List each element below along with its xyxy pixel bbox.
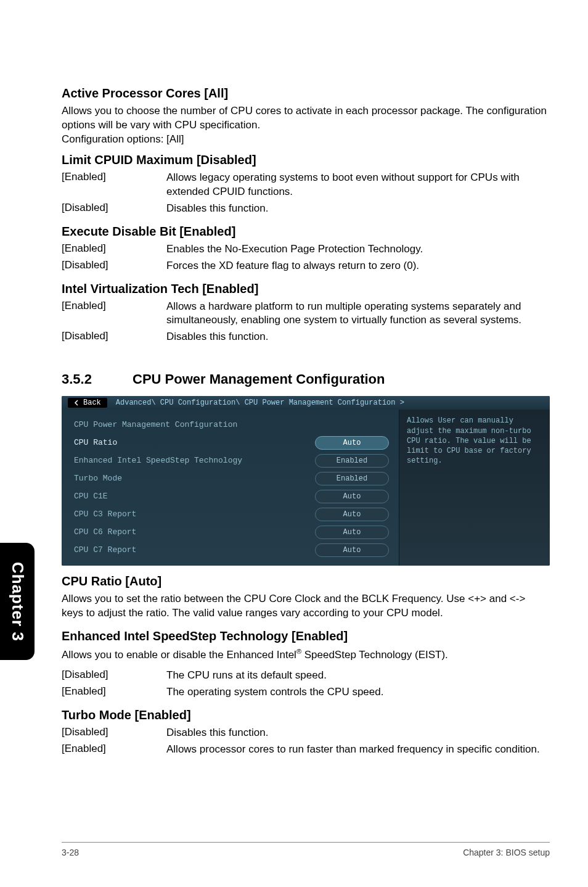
bios-option-row[interactable]: CPU Ratio Auto: [74, 434, 389, 452]
option-row: [Disabled] Disables this function.: [62, 330, 550, 344]
option-row: [Disabled] Forces the XD feature flag to…: [62, 259, 550, 273]
bios-option-value[interactable]: Enabled: [315, 472, 389, 485]
option-row: [Enabled] Allows processor cores to run …: [62, 743, 550, 757]
option-key: [Enabled]: [62, 685, 166, 699]
back-arrow-icon: [74, 400, 80, 406]
bios-screenshot: Back Advanced\ CPU Configuration\ CPU Po…: [62, 396, 550, 566]
option-row: [Enabled] Allows a hardware platform to …: [62, 300, 550, 328]
heading-turbo-mode: Turbo Mode [Enabled]: [62, 708, 550, 722]
bios-option-label: CPU C7 Report: [74, 545, 315, 555]
bios-option-row[interactable]: CPU C1E Auto: [74, 487, 389, 505]
option-row: [Disabled] Disables this function.: [62, 202, 550, 216]
option-val: Disables this function.: [166, 330, 550, 344]
option-key: [Disabled]: [62, 259, 166, 273]
bios-option-value[interactable]: Enabled: [315, 454, 389, 468]
eist-post: SpeedStep Technology (EIST).: [301, 649, 448, 661]
option-val: Disables this function.: [166, 202, 550, 216]
bios-option-label: Enhanced Intel SpeedStep Technology: [74, 456, 315, 465]
bios-option-value[interactable]: Auto: [315, 543, 389, 557]
bios-option-label: CPU Ratio: [74, 438, 315, 447]
bios-option-value[interactable]: Auto: [315, 490, 389, 503]
eist-pre: Allows you to enable or disable the Enha…: [62, 649, 296, 661]
footer-chapter-label: Chapter 3: BIOS setup: [463, 848, 550, 857]
bios-body: CPU Power Management Configuration CPU R…: [62, 410, 550, 566]
apc-body2: Configuration options: [All]: [62, 133, 184, 145]
option-val: Allows legacy operating systems to boot …: [166, 171, 550, 199]
bios-option-label: Turbo Mode: [74, 474, 315, 483]
bios-option-row[interactable]: CPU C6 Report Auto: [74, 523, 389, 541]
section-number-row: 3.5.2 CPU Power Management Configuration: [62, 371, 550, 387]
option-key: [Enabled]: [62, 300, 166, 328]
bios-option-label: CPU C3 Report: [74, 510, 315, 519]
option-val: Enables the No-Execution Page Protection…: [166, 242, 550, 257]
option-val: The operating system controls the CPU sp…: [166, 685, 550, 699]
heading-active-processor-cores: Active Processor Cores [All]: [62, 86, 550, 101]
bios-option-value[interactable]: Auto: [315, 526, 389, 539]
section-number: 3.5.2: [62, 371, 133, 387]
option-key: [Disabled]: [62, 330, 166, 344]
option-row: [Enabled] The operating system controls …: [62, 685, 550, 699]
bios-help-text: Allows User can manually adjust the maxi…: [407, 416, 531, 465]
option-val: Allows a hardware platform to run multip…: [166, 300, 550, 328]
heading-limit-cpuid: Limit CPUID Maximum [Disabled]: [62, 153, 550, 167]
option-key: [Enabled]: [62, 171, 166, 199]
option-row: [Enabled] Enables the No-Execution Page …: [62, 242, 550, 257]
page-footer: 3-28 Chapter 3: BIOS setup: [62, 842, 550, 857]
bios-left-panel: CPU Power Management Configuration CPU R…: [62, 410, 399, 566]
option-key: [Disabled]: [62, 726, 166, 740]
chapter-side-tab: Chapter 3: [0, 543, 35, 660]
body-text: Allows you to choose the number of CPU c…: [62, 104, 550, 147]
heading-execute-disable-bit: Execute Disable Bit [Enabled]: [62, 225, 550, 239]
option-key: [Enabled]: [62, 242, 166, 257]
bios-panel-header: CPU Power Management Configuration: [74, 416, 389, 434]
chapter-side-tab-label: Chapter 3: [8, 562, 27, 642]
bios-help-panel: Allows User can manually adjust the maxi…: [399, 410, 550, 566]
bios-option-row[interactable]: Enhanced Intel SpeedStep Technology Enab…: [74, 452, 389, 469]
back-label: Back: [83, 398, 101, 407]
option-row: [Enabled] Allows legacy operating system…: [62, 171, 550, 199]
bios-panel-title: CPU Power Management Configuration: [74, 420, 389, 429]
option-val: The CPU runs at its default speed.: [166, 669, 550, 683]
page-number: 3-28: [62, 848, 79, 857]
heading-cpu-ratio: CPU Ratio [Auto]: [62, 574, 550, 588]
bios-option-row[interactable]: CPU C3 Report Auto: [74, 505, 389, 523]
option-val: Allows processor cores to run faster tha…: [166, 743, 550, 757]
bios-option-label: CPU C6 Report: [74, 527, 315, 537]
registered-symbol: ®: [296, 648, 301, 655]
option-val: Forces the XD feature flag to always ret…: [166, 259, 550, 273]
bios-option-value[interactable]: Auto: [315, 508, 389, 521]
option-val: Disables this function.: [166, 726, 550, 740]
bios-option-label: CPU C1E: [74, 492, 315, 501]
back-button[interactable]: Back: [68, 398, 107, 408]
bios-option-row[interactable]: CPU C7 Report Auto: [74, 541, 389, 559]
heading-eist: Enhanced Intel SpeedStep Technology [Ena…: [62, 629, 550, 643]
apc-body1: Allows you to choose the number of CPU c…: [62, 105, 547, 131]
bios-topbar: Back Advanced\ CPU Configuration\ CPU Po…: [62, 396, 550, 410]
option-row: [Disabled] The CPU runs at its default s…: [62, 669, 550, 683]
body-text: Allows you to set the ratio between the …: [62, 592, 550, 621]
option-key: [Enabled]: [62, 743, 166, 757]
body-text: Allows you to enable or disable the Enha…: [62, 647, 550, 662]
bios-option-row[interactable]: Turbo Mode Enabled: [74, 469, 389, 487]
section-title: CPU Power Management Configuration: [133, 371, 385, 387]
bios-option-value[interactable]: Auto: [315, 436, 389, 450]
bios-breadcrumb: Advanced\ CPU Configuration\ CPU Power M…: [116, 398, 404, 407]
page-content: Active Processor Cores [All] Allows you …: [62, 86, 550, 759]
option-key: [Disabled]: [62, 202, 166, 216]
heading-intel-virtualization: Intel Virtualization Tech [Enabled]: [62, 282, 550, 296]
option-key: [Disabled]: [62, 669, 166, 683]
option-row: [Disabled] Disables this function.: [62, 726, 550, 740]
